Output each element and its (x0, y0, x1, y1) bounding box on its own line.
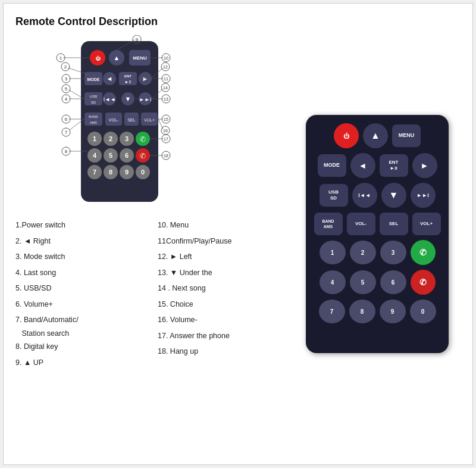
list-item: 17. Answer the phone (158, 329, 288, 343)
remote-row-4: BANDAMS VOL- SEL VOL+ (315, 213, 439, 235)
svg-text:⏻: ⏻ (95, 55, 101, 61)
desc-text: 17. Answer the phone (158, 332, 230, 340)
left-button[interactable]: ◄ (350, 153, 375, 178)
list-item: 4. Last song (15, 266, 146, 280)
svg-text:6: 6 (125, 152, 129, 159)
menu-button[interactable]: MENU (392, 124, 421, 147)
diagram-area: ⏻ ▲ MENU MODE ◄ ENT ►II ► USB SD (15, 35, 230, 214)
num-8-button[interactable]: 8 (349, 299, 375, 323)
list-item: 9. ▲ UP (15, 356, 146, 370)
desc-text: 8. Digital key (15, 342, 58, 351)
desc-text: 1.Power switch (15, 221, 65, 229)
svg-text:MODE: MODE (87, 77, 100, 82)
svg-text:18: 18 (164, 154, 168, 158)
svg-text:1: 1 (93, 135, 96, 142)
svg-text:▼: ▼ (125, 95, 131, 102)
num-2-button[interactable]: 2 (350, 241, 376, 264)
desc-text: 13. ▼ Under the (158, 269, 212, 277)
desc-text: 11Confirm/Play/Pause (158, 237, 231, 245)
svg-text:5: 5 (109, 152, 112, 159)
desc-text: 6. Volume+ (15, 300, 53, 308)
usb-sd-button[interactable]: USBSD (320, 184, 348, 207)
num-5-button[interactable]: 5 (350, 270, 376, 294)
remote-row-5: 1 2 3 ✆ (315, 240, 439, 265)
desc-text: 4. Last song (15, 269, 56, 277)
svg-text:5: 5 (65, 86, 68, 92)
page-title: Remote Control Description (15, 15, 288, 28)
remote-row-6: 4 5 6 ✆ (315, 270, 439, 295)
svg-text:0: 0 (141, 169, 145, 176)
svg-text:4: 4 (65, 96, 68, 102)
svg-text:8: 8 (65, 149, 68, 154)
desc-text: 7. Band/Automatic/ Station search (15, 316, 79, 338)
svg-text:✆: ✆ (140, 135, 146, 143)
svg-text:VOL+: VOL+ (144, 118, 155, 122)
list-item: 13. ▼ Under the (158, 266, 288, 280)
svg-text:11: 11 (164, 77, 168, 81)
desc-text: 16. Volume- (158, 316, 198, 324)
list-item: 1.Power switch (15, 219, 146, 232)
next-button[interactable]: ►►I (411, 183, 436, 208)
up-button[interactable]: ▲ (363, 123, 388, 148)
svg-text:MENU: MENU (133, 55, 147, 61)
desc-text: 18. Hang up (158, 347, 198, 355)
desc-text: 14 . Next song (158, 284, 206, 292)
remote-row-1: ⏻ ▲ MENU (315, 123, 439, 148)
num-6-button[interactable]: 6 (380, 270, 406, 294)
hangup-button[interactable]: ✆ (411, 270, 436, 295)
svg-text:14: 14 (163, 86, 168, 90)
svg-text:I◄◄: I◄◄ (104, 96, 115, 102)
svg-text:9: 9 (125, 169, 129, 176)
left-section: Remote Control Description ⏻ ▲ MENU MODE… (15, 15, 288, 453)
list-item: 14 . Next song (158, 282, 288, 295)
svg-text:1: 1 (60, 55, 62, 61)
num-0-button[interactable]: 0 (410, 299, 436, 323)
svg-text:▲: ▲ (114, 54, 120, 61)
list-item: 11Confirm/Play/Pause (158, 235, 288, 248)
num-1-button[interactable]: 1 (320, 241, 346, 264)
list-item: 15. Choice (158, 298, 288, 311)
svg-text:USB: USB (90, 95, 97, 98)
power-icon: ⏻ (343, 133, 349, 139)
answer-button[interactable]: ✆ (411, 240, 436, 265)
num-4-button[interactable]: 4 (320, 270, 346, 294)
svg-text:16: 16 (163, 129, 168, 133)
desc-text: 15. Choice (158, 300, 193, 308)
desc-text: 5. USB/SD (15, 284, 51, 292)
svg-text:6: 6 (65, 117, 68, 122)
vol-plus-button[interactable]: VOL+ (412, 213, 441, 235)
prev-button[interactable]: I◄◄ (352, 183, 377, 208)
svg-text:13: 13 (164, 97, 168, 101)
right-section: ⏻ ▲ MENU MODE ◄ ENT►II ► USBSD I◄◄ ▼ ►►I (294, 15, 461, 453)
band-button[interactable]: BANDAMS (314, 213, 343, 235)
vol-minus-button[interactable]: VOL- (347, 213, 375, 235)
ent-button[interactable]: ENT►II (380, 154, 408, 177)
svg-text:►►I: ►►I (139, 96, 151, 102)
remote-row-3: USBSD I◄◄ ▼ ►►I (315, 183, 439, 208)
svg-text:►II: ►II (125, 80, 131, 84)
svg-text:10: 10 (164, 56, 168, 60)
svg-text:ENT: ENT (124, 74, 131, 78)
svg-text:AMS: AMS (90, 121, 97, 124)
list-item: 3. Mode switch (15, 250, 146, 264)
svg-text:SEL: SEL (127, 118, 135, 122)
desc-col-left: 1.Power switch 2. ◄ Right 3. Mode switch… (15, 219, 146, 453)
list-item: 7. Band/Automatic/ Station search (15, 313, 146, 340)
sel-button[interactable]: SEL (380, 213, 408, 235)
remote-row-2: MODE ◄ ENT►II ► (315, 153, 439, 178)
list-item: 10. Menu (158, 219, 288, 232)
svg-text:8: 8 (109, 169, 112, 176)
list-item: 8. Digital key (15, 340, 146, 354)
num-7-button[interactable]: 7 (319, 299, 345, 323)
power-button[interactable]: ⏻ (334, 123, 359, 148)
svg-text:7: 7 (93, 169, 96, 176)
list-item: 16. Volume- (158, 313, 288, 327)
right-button[interactable]: ► (412, 153, 437, 178)
mode-button[interactable]: MODE (318, 154, 346, 177)
num-3-button[interactable]: 3 (380, 241, 406, 264)
svg-text:17: 17 (164, 137, 168, 141)
down-button[interactable]: ▼ (381, 183, 406, 208)
desc-text: 10. Menu (158, 221, 189, 229)
num-9-button[interactable]: 9 (380, 299, 406, 323)
list-item: 6. Volume+ (15, 298, 146, 311)
